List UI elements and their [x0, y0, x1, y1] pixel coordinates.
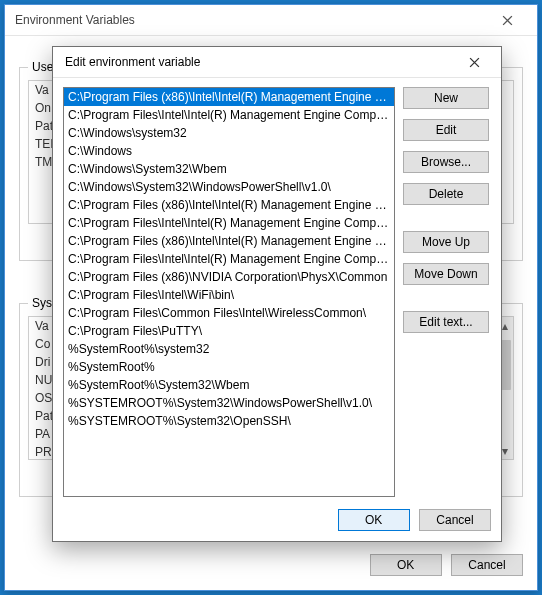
edit-titlebar: Edit environment variable: [53, 47, 501, 78]
path-list-item[interactable]: C:\Program Files\Intel\Intel(R) Manageme…: [64, 214, 394, 232]
path-list-item[interactable]: C:\Program Files (x86)\NVIDIA Corporatio…: [64, 268, 394, 286]
move-up-button[interactable]: Move Up: [403, 231, 489, 253]
edit-close-button[interactable]: [455, 48, 493, 76]
env-ok-button[interactable]: OK: [370, 554, 442, 576]
edit-ok-button[interactable]: OK: [338, 509, 410, 531]
path-list-item[interactable]: C:\Windows\System32\WindowsPowerShell\v1…: [64, 178, 394, 196]
edit-title: Edit environment variable: [65, 55, 200, 69]
path-list-item[interactable]: C:\Windows\System32\Wbem: [64, 160, 394, 178]
path-list-item[interactable]: C:\Windows\system32: [64, 124, 394, 142]
path-list-item[interactable]: C:\Program Files (x86)\Intel\Intel(R) Ma…: [64, 232, 394, 250]
env-cancel-button[interactable]: Cancel: [451, 554, 523, 576]
edit-text-button[interactable]: Edit text...: [403, 311, 489, 333]
edit-cancel-button[interactable]: Cancel: [419, 509, 491, 531]
path-list[interactable]: C:\Program Files (x86)\Intel\Intel(R) Ma…: [63, 87, 395, 497]
path-list-item[interactable]: %SYSTEMROOT%\System32\WindowsPowerShell\…: [64, 394, 394, 412]
path-list-item[interactable]: %SystemRoot%\System32\Wbem: [64, 376, 394, 394]
path-list-item[interactable]: C:\Program Files\Common Files\Intel\Wire…: [64, 304, 394, 322]
path-list-item[interactable]: %SystemRoot%: [64, 358, 394, 376]
edit-environment-variable-dialog: Edit environment variable C:\Program Fil…: [52, 46, 502, 542]
browse-button[interactable]: Browse...: [403, 151, 489, 173]
path-list-item[interactable]: C:\Program Files\PuTTY\: [64, 322, 394, 340]
new-button[interactable]: New: [403, 87, 489, 109]
path-list-item[interactable]: C:\Program Files (x86)\Intel\Intel(R) Ma…: [64, 196, 394, 214]
edit-body: C:\Program Files (x86)\Intel\Intel(R) Ma…: [63, 87, 491, 497]
close-icon: [469, 57, 480, 68]
side-buttons: New Edit Browse... Delete Move Up Move D…: [403, 87, 491, 343]
path-list-item[interactable]: C:\Windows: [64, 142, 394, 160]
env-close-button[interactable]: [487, 5, 527, 35]
path-list-item[interactable]: C:\Program Files (x86)\Intel\Intel(R) Ma…: [64, 88, 394, 106]
path-list-item[interactable]: %SYSTEMROOT%\System32\OpenSSH\: [64, 412, 394, 430]
path-list-item[interactable]: C:\Program Files\Intel\Intel(R) Manageme…: [64, 250, 394, 268]
close-icon: [502, 15, 513, 26]
move-down-button[interactable]: Move Down: [403, 263, 489, 285]
path-list-item[interactable]: C:\Program Files\Intel\WiFi\bin\: [64, 286, 394, 304]
env-footer-buttons: OK Cancel: [364, 554, 523, 576]
edit-footer: OK Cancel: [53, 509, 491, 531]
delete-button[interactable]: Delete: [403, 183, 489, 205]
edit-button[interactable]: Edit: [403, 119, 489, 141]
env-titlebar: Environment Variables: [5, 5, 537, 36]
path-list-item[interactable]: %SystemRoot%\system32: [64, 340, 394, 358]
path-list-item[interactable]: C:\Program Files\Intel\Intel(R) Manageme…: [64, 106, 394, 124]
env-title: Environment Variables: [15, 5, 135, 35]
